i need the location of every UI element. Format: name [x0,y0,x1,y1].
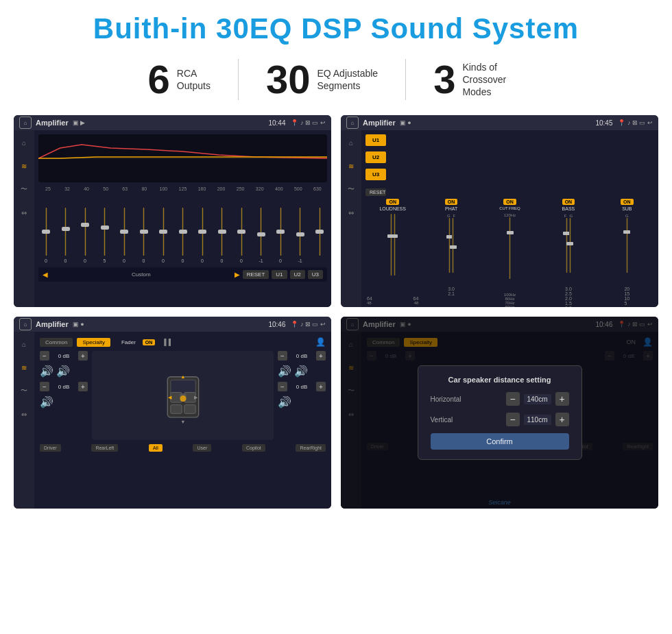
speaker-icon-br: 🔊 [278,395,326,409]
phat-on-btn[interactable]: ON [445,199,458,205]
spk-rearright-btn[interactable]: RearRight [296,444,326,452]
eq-slider-0[interactable] [40,208,52,256]
side-icon-crossover-tl[interactable]: ⇔ [17,206,31,219]
home-icon-tl[interactable]: ⌂ [19,117,32,129]
vol-plus-br2[interactable]: + [316,382,326,391]
horizontal-plus-btn[interactable]: + [555,392,569,406]
spk-user-btn[interactable]: User [193,444,211,452]
loudness-slider-2[interactable] [394,214,396,296]
eq-slider-14[interactable] [313,208,326,256]
spk-copilot-btn[interactable]: Copilot [242,444,265,452]
eq-slider-6[interactable] [157,208,169,256]
preset-u2[interactable]: U2 [365,151,386,163]
eq-slider-7[interactable] [177,208,189,256]
vol-minus-tl[interactable]: − [40,351,49,361]
profile-icon-bl[interactable]: 👤 [315,337,326,347]
eq-slider-11[interactable] [255,208,267,256]
eq-u2-btn[interactable]: U2 [290,270,305,279]
bass-slider-1[interactable] [566,218,568,286]
loudness-slider-1[interactable] [390,214,392,296]
fader-bars-icon: ▐▐ [162,339,171,345]
spk-all-btn[interactable]: All [149,444,163,452]
side-icon-cross-tr[interactable]: ⇔ [344,206,358,219]
vertical-value: 110cm [524,415,551,425]
side-icon-home-tr[interactable]: ⌂ [344,136,358,149]
vertical-label: Vertical [431,416,453,424]
eq-slider-5[interactable] [138,208,150,256]
loudness-on-btn[interactable]: ON [386,199,399,205]
vertical-plus-btn[interactable]: + [555,413,569,426]
eq-u3-btn[interactable]: U3 [308,270,323,279]
vol-value-tl: 0 dB [51,353,76,359]
eq-u1-btn[interactable]: U1 [272,270,287,279]
eq-slider-13[interactable] [294,208,307,256]
side-icon-wave-bl[interactable]: 〜 [17,384,31,398]
side-icon-cross-bl[interactable]: ⇔ [17,407,31,421]
horizontal-minus-btn[interactable]: − [506,392,520,406]
side-icon-wave-tr[interactable]: 〜 [344,182,358,196]
eq-slider-9[interactable] [216,208,228,256]
eq-slider-2[interactable] [79,208,91,256]
preset-u3[interactable]: U3 [365,169,386,180]
loudness-sliders [390,214,396,296]
vol-plus-tl[interactable]: + [78,351,88,361]
eq-slider-1[interactable] [60,208,72,256]
cutfreq-slider-1[interactable] [509,217,511,293]
vol-value-bl2: 0 dB [51,384,76,390]
eq-controls-bar: ◀ Custom ▶ RESET U1 U2 U3 [38,267,327,282]
eq-slider-10[interactable] [235,208,248,256]
svg-point-8 [180,395,186,402]
confirm-button[interactable]: Confirm [431,433,569,450]
tab-specialty-bl[interactable]: Specialty [77,338,110,347]
cutfreq-on-btn[interactable]: ON [503,199,516,205]
page-header: Buith-in 30EQ DSP Sound System [0,0,672,52]
eq-slider-12[interactable] [274,208,287,256]
home-icon-bl[interactable]: ⌂ [19,318,32,330]
screen-speaker-bl: ⌂ Amplifier ▣ ● 10:46 📍 ♪ ⊠ ▭ ↩ ⌂ ≋ 〜 ⇔ … [14,317,331,509]
amp-reset-btn[interactable]: RESET [365,188,386,196]
side-icons-tl: ⌂ ≋ 〜 ⇔ [14,130,34,307]
home-icon-tr[interactable]: ⌂ [346,117,359,129]
eq-next-btn[interactable]: ▶ [235,271,240,278]
cutfreq-sliders [509,217,511,293]
stats-row: 6 RCAOutputs 30 EQ AdjustableSegments 3 … [0,52,672,107]
side-icon-wave-tl[interactable]: 〜 [17,182,31,196]
bass-slider-2[interactable] [569,218,571,286]
side-icon-home-tl[interactable]: ⌂ [17,136,31,149]
eq-values-row: 0 0 0 5 0 0 0 0 0 0 0 -1 0 -1 [38,258,327,263]
phat-slider-2[interactable] [452,218,454,286]
eq-slider-8[interactable] [196,208,208,256]
side-icon-eq-tr[interactable]: ≋ [344,159,358,173]
amp-channels: ON LOUDNESS 6464 [365,199,654,307]
speaker-icon-tl: 🔊 🔊 [40,365,88,378]
vol-minus-tr2[interactable]: − [278,351,287,361]
vol-control-bl: − 0 dB + [40,382,88,391]
spk-rearleft-btn[interactable]: RearLeft [91,444,118,452]
tab-common-bl[interactable]: Common [40,338,73,347]
side-icon-home-bl[interactable]: ⌂ [17,337,31,351]
vol-minus-bl2[interactable]: − [40,382,49,391]
vol-plus-tr2[interactable]: + [316,351,326,361]
bass-on-btn[interactable]: ON [562,199,575,205]
vol-minus-br2[interactable]: − [278,382,287,391]
eq-slider-4[interactable] [118,208,130,256]
eq-slider-3[interactable] [99,208,111,256]
channel-loudness: ON LOUDNESS 6464 [365,199,420,307]
status-icons-tr: ▣ ● [400,119,411,126]
vertical-minus-btn[interactable]: − [506,413,520,426]
spk-driver-btn[interactable]: Driver [40,444,61,452]
speaker-icon-tr: 🔊 🔊 [278,365,326,378]
sub-slider-1[interactable] [626,218,628,286]
preset-u1[interactable]: U1 [365,134,386,146]
eq-main-content: 25 32 40 50 63 80 100 125 160 200 250 32… [34,130,331,307]
side-icon-eq-tl[interactable]: ≋ [17,159,31,173]
sub-on-btn[interactable]: ON [621,199,634,205]
status-left-tr: ⌂ Amplifier ▣ ● [346,117,411,129]
side-icon-eq-bl[interactable]: ≋ [17,361,31,374]
eq-reset-btn[interactable]: RESET [243,270,269,279]
vol-plus-bl2[interactable]: + [78,382,88,391]
stat-eq-text: EQ AdjustableSegments [317,67,378,92]
fader-on-bl[interactable]: ON [143,339,156,345]
phat-slider-1[interactable] [448,218,451,286]
eq-prev-btn[interactable]: ◀ [43,271,48,278]
